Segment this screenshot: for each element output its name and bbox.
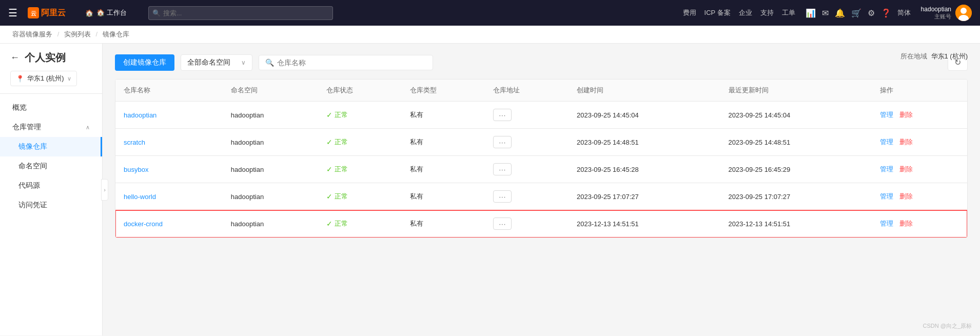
delete-link[interactable]: 删除 <box>899 110 913 120</box>
repo-name-link[interactable]: hadooptian <box>124 111 156 119</box>
nav-workorder[interactable]: 工单 <box>782 8 795 17</box>
updated-cell: 2023-09-25 16:45:29 <box>720 156 872 183</box>
type-cell: 私有 <box>402 156 485 183</box>
repo-name-link[interactable]: scratch <box>124 139 145 146</box>
address-dots-btn[interactable]: ··· <box>493 136 512 148</box>
svg-point-3 <box>961 8 967 14</box>
table-row: hadooptian hadooptian ✓ 正常 私有 ··· 2023-0… <box>115 102 967 129</box>
region-selector[interactable]: 📍 华东1 (杭州) ∨ <box>10 71 77 86</box>
status-text: 正常 <box>335 137 348 147</box>
status-cell: ✓ 正常 <box>318 102 402 129</box>
sidebar-item-credentials[interactable]: 访问凭证 <box>0 195 102 215</box>
delete-link[interactable]: 删除 <box>899 219 913 228</box>
top-nav: ☰ 云 阿里云 🏠 🏠 工作台 🔍 费用 ICP 备案 企业 支持 工单 📊 ✉… <box>0 0 980 26</box>
sidebar-item-mirror[interactable]: 镜像仓库 <box>0 137 102 156</box>
address-dots-btn[interactable]: ··· <box>493 218 512 230</box>
nav-fee[interactable]: 费用 <box>683 8 696 17</box>
created-cell: 2023-09-25 17:07:27 <box>569 183 720 210</box>
back-arrow-icon[interactable]: ← <box>10 52 19 63</box>
user-profile[interactable]: hadooptian 主账号 <box>921 5 972 21</box>
address-dots-btn[interactable]: ··· <box>493 163 512 175</box>
nav-icp[interactable]: ICP 备案 <box>704 8 731 17</box>
table-row: busybox hadooptian ✓ 正常 私有 ··· 2023-09-2… <box>115 156 967 183</box>
monitor-icon[interactable]: 📊 <box>806 8 816 18</box>
repo-name-link[interactable]: docker-crond <box>124 220 163 228</box>
address-dots-btn[interactable]: ··· <box>493 190 512 203</box>
create-mirror-btn[interactable]: 创建镜像仓库 <box>115 54 174 71</box>
user-info: hadooptian 主账号 <box>921 6 951 21</box>
manage-link[interactable]: 管理 <box>880 219 893 228</box>
logo[interactable]: 云 阿里云 <box>28 7 66 18</box>
manage-link[interactable]: 管理 <box>880 137 893 147</box>
delete-link[interactable]: 删除 <box>899 192 913 201</box>
hamburger-icon[interactable]: ☰ <box>8 7 17 19</box>
nav-icon-bar: 📊 ✉ 🔔 🛒 ⚙ ❓ 简体 <box>806 8 911 18</box>
check-icon: ✓ <box>326 111 332 119</box>
breadcrumb-container-service[interactable]: 容器镜像服务 <box>12 30 52 38</box>
workbench-link[interactable]: 🏠 🏠 工作台 <box>80 6 132 19</box>
repo-name-link[interactable]: busybox <box>124 166 148 173</box>
sidebar-item-namespace[interactable]: 命名空间 <box>0 156 102 176</box>
help-icon[interactable]: ❓ <box>881 8 891 18</box>
breadcrumb: 容器镜像服务 / 实例列表 / 镜像仓库 <box>0 26 980 44</box>
search-input[interactable] <box>148 6 333 20</box>
namespace-cell: hadooptian <box>223 102 318 129</box>
created-cell: 2023-09-25 16:45:28 <box>569 156 720 183</box>
manage-link[interactable]: 管理 <box>880 192 893 201</box>
sidebar-collapse-btn[interactable]: › <box>101 179 108 201</box>
table-search-icon: 🔍 <box>265 58 274 67</box>
sidebar-group-warehouse[interactable]: 仓库管理 ∧ <box>0 117 102 137</box>
status-cell: ✓ 正常 <box>318 156 402 183</box>
region-right-value: 华东1 (杭州) <box>931 52 968 61</box>
collapse-icon: ∧ <box>86 124 90 131</box>
breadcrumb-instance-list[interactable]: 实例列表 <box>64 30 91 38</box>
status-text: 正常 <box>335 165 348 174</box>
col-header-address: 仓库地址 <box>485 80 569 102</box>
type-cell: 私有 <box>402 102 485 129</box>
delete-link[interactable]: 删除 <box>899 165 913 174</box>
repo-name-link[interactable]: hello-world <box>124 193 156 201</box>
nav-enterprise[interactable]: 企业 <box>739 8 752 17</box>
check-icon: ✓ <box>326 220 332 228</box>
manage-link[interactable]: 管理 <box>880 165 893 174</box>
namespace-cell: hadooptian <box>223 156 318 183</box>
logo-text: 阿里云 <box>41 8 66 18</box>
col-header-status: 仓库状态 <box>318 80 402 102</box>
namespace-cell: hadooptian <box>223 129 318 156</box>
type-cell: 私有 <box>402 129 485 156</box>
mail-icon[interactable]: ✉ <box>822 8 829 18</box>
sidebar-item-overview[interactable]: 概览 <box>0 98 102 117</box>
nav-support[interactable]: 支持 <box>760 8 774 17</box>
actions-cell: 管理 删除 <box>872 183 967 210</box>
breadcrumb-current: 镜像仓库 <box>103 30 129 38</box>
region-right-label: 所在地域 <box>900 52 927 61</box>
created-cell: 2023-12-13 14:51:51 <box>569 210 720 238</box>
lang-switch[interactable]: 简体 <box>897 8 911 17</box>
watermark: CSDN @向之_原标 <box>923 322 972 330</box>
search-wrapper: 🔍 <box>148 6 333 20</box>
created-cell: 2023-09-25 14:48:51 <box>569 129 720 156</box>
manage-link[interactable]: 管理 <box>880 110 893 120</box>
col-header-namespace: 命名空间 <box>223 80 318 102</box>
sidebar-item-code[interactable]: 代码源 <box>0 176 102 195</box>
updated-cell: 2023-09-25 14:48:51 <box>720 129 872 156</box>
table-row: scratch hadooptian ✓ 正常 私有 ··· 2023-09-2… <box>115 129 967 156</box>
status-text: 正常 <box>335 110 348 120</box>
settings-icon[interactable]: ⚙ <box>868 8 875 18</box>
address-cell: ··· <box>485 156 569 183</box>
table-search-input[interactable] <box>277 55 426 70</box>
table-row: hello-world hadooptian ✓ 正常 私有 ··· 2023-… <box>115 183 967 210</box>
status-text: 正常 <box>335 192 348 201</box>
chevron-down-icon: ∨ <box>67 75 71 82</box>
address-cell: ··· <box>485 183 569 210</box>
cart-icon[interactable]: 🛒 <box>851 8 861 18</box>
nav-links: 费用 ICP 备案 企业 支持 工单 <box>683 8 795 17</box>
page-title: 个人实例 <box>25 51 66 65</box>
address-dots-btn[interactable]: ··· <box>493 109 512 121</box>
namespace-selector[interactable]: 全部命名空间 ∨ <box>181 54 252 71</box>
avatar <box>955 5 972 21</box>
delete-link[interactable]: 删除 <box>899 137 913 147</box>
username: hadooptian <box>921 6 951 13</box>
col-header-updated: 最近更新时间 <box>720 80 872 102</box>
bell-icon[interactable]: 🔔 <box>835 8 845 18</box>
